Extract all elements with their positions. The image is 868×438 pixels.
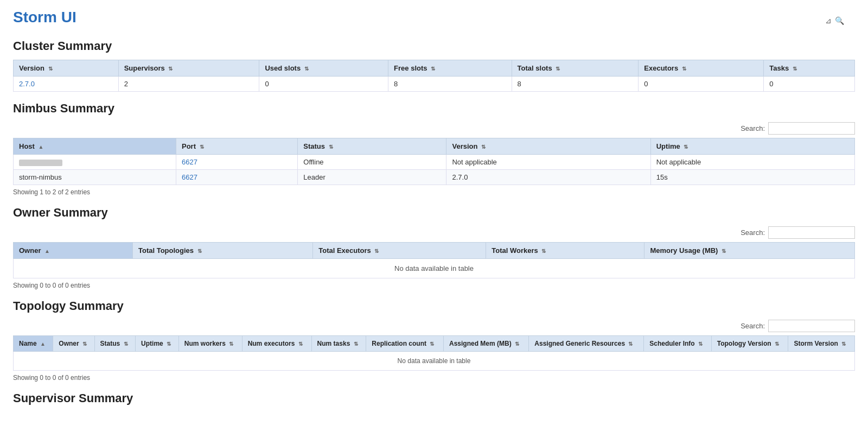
col-replication-count[interactable]: Replication count ⇅ [366,336,444,352]
col-total-topologies[interactable]: Total Topologies ⇅ [133,243,313,259]
cluster-summary-section: Cluster Summary Version ⇅ Supervisors ⇅ … [13,39,855,92]
col-num-tasks[interactable]: Num tasks ⇅ [311,336,366,352]
cluster-summary-table: Version ⇅ Supervisors ⇅ Used slots ⇅ Fre… [13,60,855,92]
nimbus-summary-title: Nimbus Summary [13,101,855,116]
sort-replication-count-icon: ⇅ [430,341,434,347]
sort-storm-version-icon: ⇅ [841,341,846,347]
cluster-version: 2.7.0 [14,77,119,92]
col-uptime[interactable]: Uptime ⇅ [650,138,854,155]
sort-uptime-icon: ⇅ [684,144,688,150]
nimbus-summary-section: Nimbus Summary Search: Host ▲ Port ⇅ Sta… [13,101,855,196]
col-num-workers[interactable]: Num workers ⇅ [178,336,242,352]
col-assigned-mem[interactable]: Assigned Mem (MB) ⇅ [443,336,528,352]
sort-owner-icon: ▲ [44,248,50,254]
sort-nim-version-icon: ⇅ [481,144,486,150]
col-free-slots[interactable]: Free slots ⇅ [388,60,512,77]
nimbus-host-1: storm-nimbus [14,170,176,185]
col-executors[interactable]: Executors ⇅ [639,60,764,77]
table-row: storm-nimbus 6627 Leader 2.7.0 15s [14,170,855,185]
owner-search-label: Search: [741,228,765,237]
ip-mask [19,160,62,166]
col-total-slots[interactable]: Total slots ⇅ [512,60,639,77]
sort-free-slots-icon: ⇅ [431,66,435,72]
nimbus-status-0: Offline [298,155,446,170]
nimbus-search-bar: Search: [13,122,855,135]
sort-executors-icon: ⇅ [682,66,686,72]
col-used-slots[interactable]: Used slots ⇅ [259,60,388,77]
col-storm-version[interactable]: Storm Version ⇅ [788,336,855,352]
sort-topo-status-icon: ⇅ [124,341,128,347]
owner-summary-title: Owner Summary [13,206,855,220]
sort-supervisors-icon: ⇅ [168,66,173,72]
topology-summary-section: Topology Summary Search: Name ▲ Owner ⇅ … [13,299,855,382]
sort-version-icon: ⇅ [48,66,53,72]
col-status[interactable]: Status ⇅ [298,138,446,155]
col-total-workers[interactable]: Total Workers ⇅ [486,243,644,259]
owner-search-input[interactable] [768,226,855,239]
nimbus-port-1: 6627 [176,170,298,185]
col-supervisors[interactable]: Supervisors ⇅ [118,60,259,77]
sort-port-icon: ⇅ [200,144,204,150]
col-total-executors[interactable]: Total Executors ⇅ [313,243,486,259]
sort-assigned-mem-icon: ⇅ [515,341,519,347]
owner-summary-section: Owner Summary Search: Owner ▲ Total Topo… [13,206,855,289]
sort-num-tasks-icon: ⇅ [354,341,358,347]
owner-showing: Showing 0 to 0 of 0 entries [13,282,855,289]
nimbus-summary-table: Host ▲ Port ⇅ Status ⇅ Version ⇅ Uptime … [13,138,855,185]
no-data-row: No data available in table [14,352,855,371]
col-assigned-generic[interactable]: Assigned Generic Resources ⇅ [529,336,644,352]
nimbus-port-link-0[interactable]: 6627 [182,158,197,166]
sort-memory-icon: ⇅ [722,248,726,254]
nimbus-search-input[interactable] [768,122,855,135]
col-port[interactable]: Port ⇅ [176,138,298,155]
sort-topo-owner-icon: ⇅ [82,341,87,347]
sort-total-topologies-icon: ⇅ [197,248,202,254]
nimbus-status-1: Leader [298,170,446,185]
cluster-summary-title: Cluster Summary [13,39,855,53]
sort-assigned-generic-icon: ⇅ [628,341,633,347]
topology-search-bar: Search: [13,320,855,332]
col-memory-usage[interactable]: Memory Usage (MB) ⇅ [644,243,855,259]
col-topo-owner[interactable]: Owner ⇅ [53,336,94,352]
supervisor-summary-title: Supervisor Summary [13,391,855,405]
nimbus-uptime-1: 15s [650,170,854,185]
cluster-total-slots: 8 [512,77,639,92]
sort-num-executors-icon: ⇅ [298,341,303,347]
app-title: Storm UI [13,9,855,26]
col-topo-name[interactable]: Name ▲ [14,336,53,352]
table-row: 2.7.0 2 0 8 8 0 0 [14,77,855,92]
table-row: 6627 Offline Not applicable Not applicab… [14,155,855,170]
owner-no-data: No data available in table [14,259,855,278]
owner-search-bar: Search: [13,226,855,239]
col-scheduler-info[interactable]: Scheduler Info ⇅ [644,336,711,352]
col-topology-version[interactable]: Topology Version ⇅ [711,336,788,352]
sort-status-icon: ⇅ [329,144,333,150]
supervisor-summary-section: Supervisor Summary [13,391,855,405]
sort-host-icon: ▲ [39,144,44,150]
sort-topology-version-icon: ⇅ [775,341,779,347]
filter-icon[interactable]: ⊿ [825,16,832,25]
col-version[interactable]: Version ⇅ [14,60,119,77]
col-nim-version[interactable]: Version ⇅ [446,138,650,155]
sort-topo-name-icon: ▲ [40,341,46,347]
nimbus-port-link-1[interactable]: 6627 [182,173,197,181]
col-topo-uptime[interactable]: Uptime ⇅ [136,336,179,352]
sort-tasks-icon: ⇅ [793,66,797,72]
topology-search-input[interactable] [768,320,855,332]
search-icon[interactable]: 🔍 [835,16,844,25]
nimbus-version-1: 2.7.0 [446,170,650,185]
col-topo-status[interactable]: Status ⇅ [94,336,136,352]
nimbus-search-label: Search: [741,124,765,132]
col-owner[interactable]: Owner ▲ [14,243,133,259]
col-host[interactable]: Host ▲ [14,138,176,155]
col-tasks[interactable]: Tasks ⇅ [764,60,855,77]
topology-no-data: No data available in table [14,352,855,371]
cluster-supervisors: 2 [118,77,259,92]
cluster-tasks: 0 [764,77,855,92]
nimbus-showing: Showing 1 to 2 of 2 entries [13,188,855,196]
col-num-executors[interactable]: Num executors ⇅ [242,336,311,352]
sort-num-workers-icon: ⇅ [229,341,233,347]
cluster-executors: 0 [639,77,764,92]
version-link[interactable]: 2.7.0 [19,80,35,88]
sort-total-workers-icon: ⇅ [541,248,546,254]
